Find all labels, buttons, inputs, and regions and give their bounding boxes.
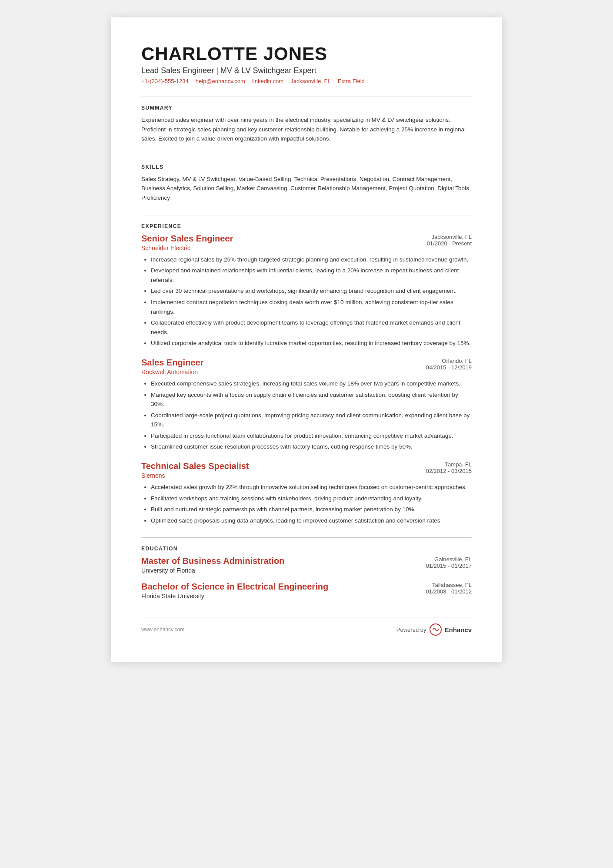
bullet-2-1: Facilitated workshops and training sessi… (151, 494, 472, 503)
job-left-2: Technical Sales Specialist Siemens (141, 461, 249, 483)
edu-location-1: Tallahassee, FL (402, 582, 472, 588)
experience-divider (141, 215, 472, 215)
header: CHARLOTTE JONES Lead Sales Engineer | MV… (141, 44, 472, 84)
bullet-0-4: Collaborated effectively with product de… (151, 318, 472, 337)
contact-phone: +1-(234)-555-1234 (141, 78, 189, 84)
job-location-2: Tampa, FL (402, 461, 472, 468)
contact-email[interactable]: help@enhancv.com (196, 78, 245, 84)
edu-degree-0: Master of Business Administration (141, 556, 284, 566)
job-dates-1: 04/2015 - 12/2019 (402, 364, 472, 371)
skills-label: SKILLS (141, 164, 472, 170)
skills-divider (141, 156, 472, 156)
job-location-1: Orlando, FL (402, 358, 472, 364)
powered-by-text: Powered by (396, 627, 426, 633)
job-header-0: Senior Sales Engineer Schneider Electric… (141, 234, 472, 255)
job-dates-0: 01/2020 - Present (402, 240, 472, 247)
job-header-1: Sales Engineer Rockwell Automation Orlan… (141, 358, 472, 379)
footer-brand: Powered by Enhancv (396, 623, 472, 636)
candidate-name: CHARLOTTE JONES (141, 44, 472, 64)
bullet-0-3: Implemented contract negotiation techniq… (151, 298, 472, 316)
edu-left-1: Bachelor of Science in Electrical Engine… (141, 582, 328, 600)
bullet-2-0: Accelerated sales growth by 22% through … (151, 483, 472, 492)
job-dates-2: 02/2012 - 03/2015 (402, 468, 472, 474)
bullet-1-2: Coordinated large-scale project quotatio… (151, 411, 472, 429)
job-right-0: Jacksonville, FL 01/2020 - Present (402, 234, 472, 247)
skills-section: SKILLS Sales Strategy, MV & LV Switchgea… (141, 164, 472, 203)
bullet-2-2: Built and nurtured strategic partnership… (151, 505, 472, 514)
edu-location-0: Gainesville, FL (402, 556, 472, 563)
job-title-0: Senior Sales Engineer (141, 234, 233, 244)
bullet-0-5: Utilized corporate analytical tools to i… (151, 338, 472, 348)
summary-section: SUMMARY Experienced sales engineer with … (141, 105, 472, 144)
company-0: Schneider Electric (141, 245, 233, 251)
job-location-0: Jacksonville, FL (402, 234, 472, 240)
job-right-1: Orlando, FL 04/2015 - 12/2019 (402, 358, 472, 371)
edu-left-0: Master of Business Administration Univer… (141, 556, 284, 574)
skills-text: Sales Strategy, MV & LV Switchgear, Valu… (141, 174, 472, 203)
job-item-0: Senior Sales Engineer Schneider Electric… (141, 234, 472, 348)
company-2: Siemens (141, 472, 249, 479)
footer-website: www.enhancv.com (141, 627, 184, 633)
experience-section: EXPERIENCE Senior Sales Engineer Schneid… (141, 223, 472, 526)
job-title-1: Sales Engineer (141, 358, 203, 368)
job-item-1: Sales Engineer Rockwell Automation Orlan… (141, 358, 472, 452)
edu-dates-1: 01/2008 - 01/2012 (402, 588, 472, 595)
edu-degree-1: Bachelor of Science in Electrical Engine… (141, 582, 328, 592)
company-1: Rockwell Automation (141, 369, 203, 375)
edu-item-1: Bachelor of Science in Electrical Engine… (141, 582, 472, 600)
contact-location: Jacksonville, FL (290, 78, 330, 84)
enhancv-logo: Enhancv (430, 623, 472, 636)
bullet-0-1: Developed and maintained relationships w… (151, 266, 472, 285)
job-bullets-2: Accelerated sales growth by 22% through … (141, 483, 472, 525)
enhancv-brand-name: Enhancv (444, 626, 472, 633)
summary-label: SUMMARY (141, 105, 472, 111)
edu-school-0: University of Florida (141, 567, 284, 574)
contact-line: +1-(234)-555-1234 help@enhancv.com linke… (141, 78, 472, 84)
bullet-1-0: Executed comprehensive sales strategies,… (151, 379, 472, 389)
education-label: EDUCATION (141, 546, 472, 552)
job-right-2: Tampa, FL 02/2012 - 03/2015 (402, 461, 472, 474)
resume-page: CHARLOTTE JONES Lead Sales Engineer | MV… (111, 17, 502, 662)
contact-linkedin[interactable]: linkedin.com (252, 78, 283, 84)
job-header-2: Technical Sales Specialist Siemens Tampa… (141, 461, 472, 483)
job-bullets-1: Executed comprehensive sales strategies,… (141, 379, 472, 452)
education-divider (141, 537, 472, 538)
contact-extra: Extra Field (338, 78, 365, 84)
header-divider (141, 97, 472, 97)
edu-right-1: Tallahassee, FL 01/2008 - 01/2012 (402, 582, 472, 595)
job-left-1: Sales Engineer Rockwell Automation (141, 358, 203, 379)
experience-label: EXPERIENCE (141, 223, 472, 229)
job-title-2: Technical Sales Specialist (141, 461, 249, 471)
bullet-1-4: Streamlined customer issue resolution pr… (151, 442, 472, 452)
summary-text: Experienced sales engineer with over nin… (141, 115, 472, 144)
edu-right-0: Gainesville, FL 01/2015 - 01/2017 (402, 556, 472, 569)
education-section: EDUCATION Master of Business Administrat… (141, 546, 472, 600)
footer: www.enhancv.com Powered by Enhancv (141, 617, 472, 636)
candidate-title: Lead Sales Engineer | MV & LV Switchgear… (141, 66, 472, 75)
bullet-2-3: Optimized sales proposals using data ana… (151, 516, 472, 526)
bullet-0-0: Increased regional sales by 25% through … (151, 255, 472, 265)
enhancv-logo-icon (430, 623, 442, 636)
edu-school-1: Florida State University (141, 593, 328, 600)
job-item-2: Technical Sales Specialist Siemens Tampa… (141, 461, 472, 525)
job-bullets-0: Increased regional sales by 25% through … (141, 255, 472, 348)
bullet-1-3: Participated in cross-functional team co… (151, 431, 472, 441)
edu-dates-0: 01/2015 - 01/2017 (402, 563, 472, 569)
job-left-0: Senior Sales Engineer Schneider Electric (141, 234, 233, 255)
bullet-0-2: Led over 30 technical presentations and … (151, 286, 472, 296)
edu-item-0: Master of Business Administration Univer… (141, 556, 472, 574)
edu-header-1: Bachelor of Science in Electrical Engine… (141, 582, 472, 600)
bullet-1-1: Managed key accounts with a focus on sup… (151, 390, 472, 409)
edu-header-0: Master of Business Administration Univer… (141, 556, 472, 574)
